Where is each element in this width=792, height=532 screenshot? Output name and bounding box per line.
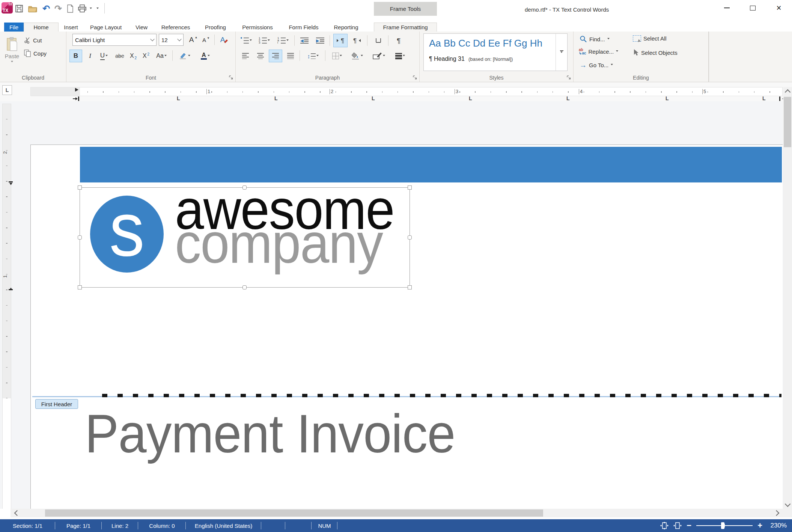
zoom-slider[interactable] — [696, 522, 753, 529]
fit-page-icon[interactable] — [660, 522, 669, 529]
copy-button[interactable]: Copy — [24, 50, 47, 57]
status-page[interactable]: Page: 1/1 — [55, 519, 102, 532]
cut-button[interactable]: Cut — [24, 37, 42, 44]
tab-stop-marker[interactable]: L — [762, 96, 766, 101]
tab-stop-marker[interactable]: L — [274, 96, 278, 101]
document-viewport[interactable]: 2 1 s awesome company — [0, 101, 792, 509]
scroll-left-button[interactable] — [11, 509, 21, 517]
status-column[interactable]: Column: 0 — [138, 519, 186, 532]
vertical-scrollbar-thumb[interactable] — [784, 97, 791, 147]
select-all-button[interactable]: Select All — [633, 35, 667, 42]
select-objects-button[interactable]: Select Objects — [633, 49, 678, 56]
redo-button[interactable]: ↷ — [53, 3, 64, 14]
tab-page-layout[interactable]: Page Layout — [83, 23, 128, 32]
fit-width-icon[interactable] — [673, 522, 682, 529]
italic-toggle[interactable]: I — [84, 50, 96, 62]
document-page[interactable]: s awesome company First Header Payment I… — [30, 145, 783, 509]
tab-stop-marker[interactable]: L — [177, 96, 180, 101]
font-dialog-launcher[interactable] — [229, 75, 234, 80]
bold-toggle[interactable]: B — [69, 50, 82, 62]
tab-permissions[interactable]: Permissions — [234, 23, 281, 32]
print-dropdown[interactable] — [88, 3, 94, 14]
vertical-ruler[interactable]: 2 1 — [2, 104, 11, 509]
tab-stop-marker[interactable]: L — [566, 96, 570, 101]
decrease-indent-button[interactable]: ◀ — [297, 35, 312, 47]
borders-button[interactable] — [329, 50, 345, 62]
grow-font-button[interactable]: A ▲ — [187, 34, 199, 46]
strikethrough-toggle[interactable]: abe — [113, 50, 126, 62]
find-button[interactable]: Find... — [580, 35, 610, 43]
tab-stop-marker[interactable]: L — [372, 96, 375, 101]
horizontal-ruler[interactable]: 1 2 3 4 5 — [30, 87, 783, 96]
tab-home[interactable]: Home — [24, 23, 59, 32]
tab-form-fields[interactable]: Form Fields — [281, 23, 327, 32]
status-section[interactable]: Section: 1/1 — [0, 519, 55, 532]
superscript-toggle[interactable]: X 2 — [140, 50, 152, 62]
underline-toggle[interactable]: U — [96, 50, 111, 62]
app-logo-icon[interactable]: TX 34 — [2, 2, 13, 14]
selection-handle[interactable] — [408, 285, 412, 289]
zoom-slider-thumb[interactable] — [721, 522, 724, 529]
header-margin-marker[interactable] — [8, 286, 14, 291]
font-family-combobox[interactable]: Calibri Light — [72, 34, 157, 46]
selection-handle[interactable] — [408, 235, 412, 240]
tab-reporting[interactable]: Reporting — [327, 23, 366, 32]
scroll-down-button[interactable] — [783, 500, 792, 509]
numbered-list-button[interactable]: 123 — [256, 35, 273, 47]
selection-handle[interactable] — [408, 185, 412, 190]
print-button[interactable] — [77, 3, 88, 14]
show-formatting-marks-button[interactable]: ¶ — [392, 34, 405, 47]
shrink-font-button[interactable]: A ▼ — [200, 34, 212, 46]
multilevel-list-button[interactable]: 1ai — [275, 35, 291, 47]
selection-handle[interactable] — [242, 185, 247, 190]
paste-button[interactable]: Paste — [3, 33, 21, 68]
maximize-button[interactable] — [744, 1, 761, 15]
zoom-percentage[interactable]: 230% — [767, 522, 787, 529]
first-header-badge[interactable]: First Header — [35, 399, 78, 409]
line-weight-button[interactable] — [391, 50, 409, 62]
increase-indent-button[interactable]: ▶ — [313, 35, 327, 47]
new-document-button[interactable] — [65, 3, 76, 14]
replace-button[interactable]: ab ↳ac Replace... — [579, 48, 618, 55]
selection-handle[interactable] — [242, 285, 247, 289]
undo-button[interactable]: ↶ — [41, 3, 52, 14]
align-right-button[interactable] — [269, 50, 282, 62]
document-heading[interactable]: Payment Invoice — [85, 407, 455, 461]
text-frame-break-button[interactable] — [371, 35, 386, 47]
highlight-color-button[interactable] — [175, 50, 194, 62]
right-to-left-toggle[interactable]: ¶ — [350, 34, 364, 47]
tab-references[interactable]: References — [155, 23, 197, 32]
styles-gallery-more-button[interactable] — [556, 34, 567, 71]
horizontal-scrollbar-thumb[interactable] — [45, 509, 543, 517]
selection-handle[interactable] — [78, 185, 82, 190]
change-case-button[interactable]: Aa — [153, 50, 170, 62]
font-color-button[interactable]: A — [196, 50, 214, 62]
tab-proofing[interactable]: Proofing — [197, 23, 234, 32]
tab-view[interactable]: View — [128, 23, 155, 32]
scroll-up-button[interactable] — [783, 87, 792, 95]
left-indent-marker[interactable] — [73, 96, 80, 101]
align-left-button[interactable] — [239, 50, 252, 62]
open-button[interactable] — [27, 3, 38, 14]
status-num-lock[interactable]: NUM — [312, 519, 337, 532]
close-button[interactable]: × — [770, 1, 787, 15]
tab-insert[interactable]: Insert — [59, 23, 83, 32]
horizontal-scrollbar[interactable] — [11, 509, 783, 517]
frame-border-button[interactable] — [369, 50, 389, 62]
selection-handle[interactable] — [78, 235, 82, 240]
selection-handle[interactable] — [78, 285, 82, 289]
styles-dialog-launcher[interactable] — [566, 75, 572, 80]
tab-frame-formatting[interactable]: Frame Formatting — [374, 23, 437, 32]
bullet-list-button[interactable] — [239, 35, 254, 47]
styles-gallery[interactable]: Aa Bb Cc Dd Ee Ff Gg Hh ¶ Heading 31 (ba… — [423, 33, 568, 71]
goto-button[interactable]: → Go To... — [580, 62, 613, 69]
qat-customize-dropdown[interactable] — [95, 3, 101, 14]
line-spacing-button[interactable]: ↕ — [303, 50, 323, 62]
justify-button[interactable] — [284, 50, 297, 62]
font-size-combobox[interactable]: 12 — [159, 34, 184, 46]
shading-button[interactable] — [348, 50, 366, 62]
zoom-in-button[interactable]: + — [757, 521, 762, 530]
status-language[interactable]: English (United States) — [186, 519, 261, 532]
top-margin-marker[interactable] — [8, 181, 14, 186]
first-line-indent-marker[interactable] — [75, 88, 80, 92]
